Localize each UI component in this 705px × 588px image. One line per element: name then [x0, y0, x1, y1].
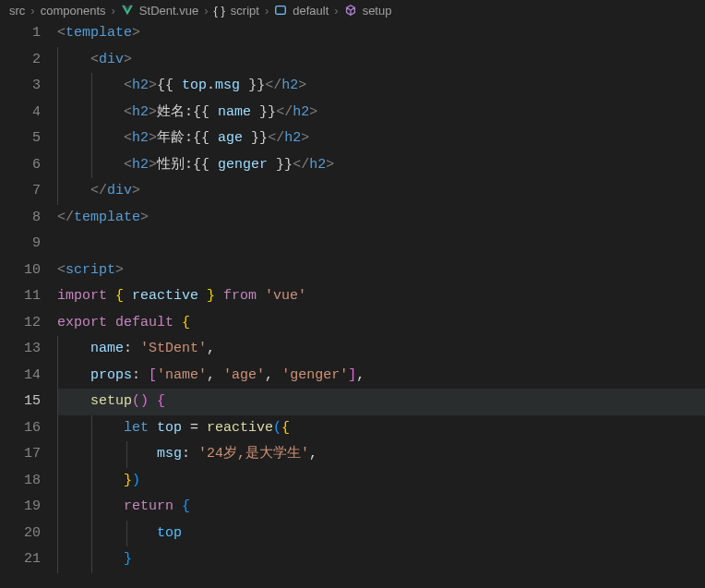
line-number: 11	[0, 283, 41, 310]
chevron-right-icon: ›	[334, 4, 338, 18]
breadcrumb-item[interactable]: StDent.vue	[139, 4, 198, 18]
code-line[interactable]: </template>	[57, 205, 705, 232]
code-line[interactable]: <h2>{{ top.msg }}</h2>	[57, 73, 705, 100]
braces-icon: { }	[214, 4, 225, 18]
line-number: 16	[0, 415, 41, 442]
chevron-right-icon: ›	[265, 4, 269, 18]
line-number: 19	[0, 494, 41, 521]
line-number: 5	[0, 126, 41, 152]
line-number: 6	[0, 152, 41, 179]
code-line[interactable]: </div>	[57, 178, 705, 205]
chevron-right-icon: ›	[204, 4, 208, 18]
code-line[interactable]: import { reactive } from 'vue'	[57, 283, 705, 310]
line-number: 15	[0, 389, 41, 415]
line-number: 7	[0, 178, 41, 205]
breadcrumb-item[interactable]: src	[9, 4, 25, 18]
code-line[interactable]: <script>	[57, 258, 705, 284]
code-line[interactable]: <template>	[57, 20, 705, 47]
line-number: 1	[0, 20, 41, 47]
line-number: 21	[0, 546, 41, 573]
line-number: 20	[0, 521, 41, 547]
code-line[interactable]: let top = reactive({	[57, 415, 705, 442]
symbol-icon	[274, 4, 287, 17]
code-line[interactable]: <div>	[57, 47, 705, 74]
code-line[interactable]	[57, 231, 705, 258]
line-number: 13	[0, 336, 41, 363]
line-number: 9	[0, 231, 41, 258]
code-line[interactable]: <h2>性别:{{ genger }}</h2>	[57, 152, 705, 179]
code-line[interactable]: export default {	[57, 310, 705, 337]
breadcrumb-item[interactable]: default	[293, 4, 329, 18]
chevron-right-icon: ›	[30, 4, 34, 18]
vue-icon	[121, 4, 134, 17]
code-line[interactable]: name: 'StDent',	[57, 336, 705, 363]
code-content[interactable]: <template> <div> <h2>{{ top.msg }}</h2> …	[57, 20, 705, 573]
line-number: 4	[0, 100, 41, 126]
code-line[interactable]: props: ['name', 'age', 'genger'],	[57, 363, 705, 390]
code-line[interactable]: top	[57, 521, 705, 547]
line-number: 12	[0, 310, 41, 337]
code-line[interactable]: <h2>年龄:{{ age }}</h2>	[57, 126, 705, 152]
chevron-right-icon: ›	[112, 4, 115, 18]
line-number: 17	[0, 441, 41, 468]
line-number: 10	[0, 258, 41, 284]
code-line[interactable]: <h2>姓名:{{ name }}</h2>	[57, 100, 705, 126]
code-line[interactable]: }	[57, 546, 705, 573]
breadcrumb-item[interactable]: components	[41, 4, 106, 18]
code-line[interactable]: setup() {	[57, 389, 705, 415]
line-number-gutter: 1 2 3 4 5 6 7 8 9 10 11 12 13 14 15 16 1…	[0, 20, 57, 573]
code-editor[interactable]: 1 2 3 4 5 6 7 8 9 10 11 12 13 14 15 16 1…	[0, 20, 705, 573]
svg-rect-0	[276, 6, 286, 15]
line-number: 18	[0, 468, 41, 495]
line-number: 2	[0, 47, 41, 74]
line-number: 14	[0, 363, 41, 390]
breadcrumb-item[interactable]: setup	[363, 4, 392, 18]
code-line[interactable]: msg: '24岁,是大学生',	[57, 441, 705, 468]
code-line[interactable]: })	[57, 468, 705, 495]
breadcrumb[interactable]: src › components › StDent.vue › { } scri…	[0, 0, 705, 20]
line-number: 8	[0, 205, 41, 232]
breadcrumb-item[interactable]: script	[231, 4, 259, 18]
line-number: 3	[0, 73, 41, 100]
cube-icon	[344, 4, 357, 17]
code-line[interactable]: return {	[57, 494, 705, 521]
